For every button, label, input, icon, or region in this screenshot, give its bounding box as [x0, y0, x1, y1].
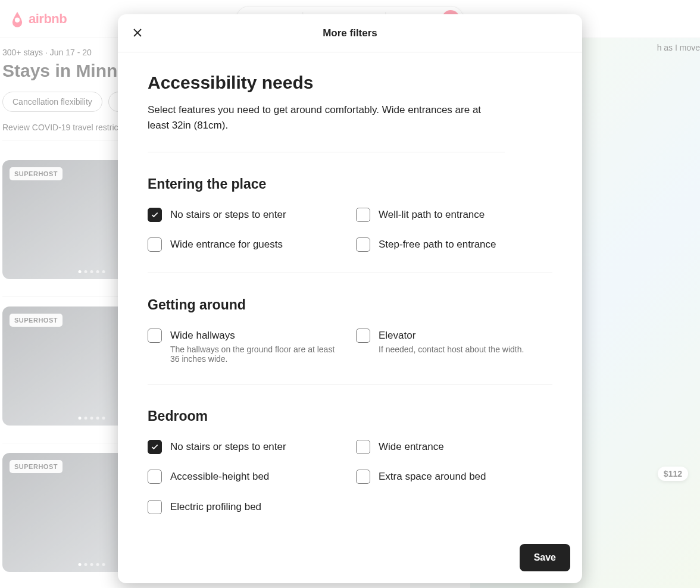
options-grid: No stairs or steps to enter Wide entranc…: [148, 440, 552, 535]
option-label: Accessible-height bed: [170, 470, 269, 484]
modal-footer: Save: [118, 536, 582, 583]
option-text: Wide entrance: [379, 440, 444, 455]
option-label: Electric profiling bed: [170, 500, 261, 515]
filter-option[interactable]: Electric profiling bed: [148, 500, 344, 515]
option-text: Step-free path to entrance: [379, 237, 496, 252]
options-grid: Wide hallways The hallways on the ground…: [148, 329, 552, 384]
option-text: Elevator If needed, contact host about t…: [379, 329, 524, 354]
filter-option[interactable]: Well-lit path to entrance: [356, 208, 552, 223]
filter-option[interactable]: Wide hallways The hallways on the ground…: [148, 329, 344, 364]
option-text: Electric profiling bed: [170, 500, 261, 515]
modal-header: More filters: [118, 14, 582, 52]
option-text: Accessible-height bed: [170, 470, 269, 484]
filters-desc: Select features you need to get around c…: [148, 102, 505, 152]
filter-option[interactable]: Wide entrance: [356, 440, 552, 455]
checkbox[interactable]: [148, 329, 162, 343]
option-text: Wide entrance for guests: [170, 237, 283, 252]
filter-option[interactable]: Extra space around bed: [356, 470, 552, 484]
option-label: Elevator: [379, 329, 524, 343]
checkbox[interactable]: [356, 440, 370, 454]
option-label: Wide hallways: [170, 329, 344, 343]
checkbox[interactable]: [148, 500, 162, 514]
option-text: Well-lit path to entrance: [379, 208, 485, 223]
checkbox[interactable]: [148, 208, 162, 222]
modal-title: More filters: [323, 27, 377, 39]
checkbox[interactable]: [148, 470, 162, 484]
filter-option[interactable]: Elevator If needed, contact host about t…: [356, 329, 552, 364]
option-label: No stairs or steps to enter: [170, 208, 286, 223]
close-icon: [132, 27, 143, 38]
option-label: Wide entrance for guests: [170, 237, 283, 252]
option-label: No stairs or steps to enter: [170, 440, 286, 455]
check-icon: [151, 211, 159, 219]
option-sublabel: If needed, contact host about the width.: [379, 345, 524, 354]
section-heading: Bedroom: [148, 408, 552, 424]
filter-option[interactable]: Step-free path to entrance: [356, 237, 552, 252]
option-label: Step-free path to entrance: [379, 237, 496, 252]
filter-option[interactable]: No stairs or steps to enter: [148, 208, 344, 223]
option-label: Extra space around bed: [379, 470, 486, 484]
option-sublabel: The hallways on the ground floor are at …: [170, 345, 344, 364]
option-label: Wide entrance: [379, 440, 444, 455]
save-button[interactable]: Save: [520, 544, 570, 571]
filter-option[interactable]: No stairs or steps to enter: [148, 440, 344, 455]
option-text: No stairs or steps to enter: [170, 208, 286, 223]
options-grid: No stairs or steps to enter Well-lit pat…: [148, 208, 552, 273]
filters-modal: More filters Accessibility needs Select …: [118, 14, 582, 583]
filters-heading: Accessibility needs: [148, 73, 552, 93]
checkbox[interactable]: [356, 329, 370, 343]
option-label: Well-lit path to entrance: [379, 208, 485, 223]
filter-option[interactable]: Accessible-height bed: [148, 470, 344, 484]
option-text: Extra space around bed: [379, 470, 486, 484]
modal-body[interactable]: Accessibility needs Select features you …: [118, 52, 582, 536]
filter-option[interactable]: Wide entrance for guests: [148, 237, 344, 252]
option-text: No stairs or steps to enter: [170, 440, 286, 455]
checkbox[interactable]: [148, 440, 162, 454]
checkbox[interactable]: [356, 237, 370, 252]
section-heading: Getting around: [148, 297, 552, 313]
close-button[interactable]: [132, 27, 144, 39]
checkbox[interactable]: [356, 470, 370, 484]
section-heading: Entering the place: [148, 176, 552, 192]
option-text: Wide hallways The hallways on the ground…: [170, 329, 344, 364]
checkbox[interactable]: [356, 208, 370, 222]
check-icon: [151, 443, 159, 451]
checkbox[interactable]: [148, 237, 162, 252]
